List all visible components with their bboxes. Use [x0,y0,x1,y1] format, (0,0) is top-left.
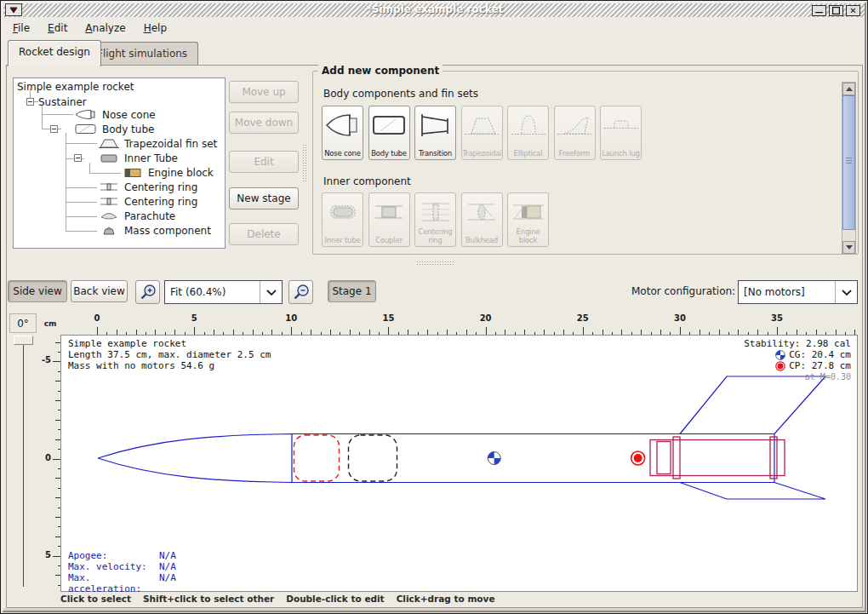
tree-item-engine-block[interactable]: Engine block [123,166,214,179]
side-view-button[interactable]: Side view [8,280,67,302]
tree-item-trapezoidal-fin-set[interactable]: Trapezoidal fin set [99,137,217,150]
group-title: Add new component [318,65,443,77]
mach-text: at M=0.30 [805,371,851,382]
zoom-level-combobox[interactable]: Fit (60.4%) [164,280,283,304]
tree-item-body-tube[interactable]: Body tube [75,123,154,135]
expander-inner-tube[interactable] [74,154,82,162]
max-velocity-value: N/A [159,561,176,572]
motor-configuration-combobox[interactable]: [No motors] [738,280,858,304]
scroll-up-icon [846,87,853,91]
window-title: *Simple example rocket [3,3,866,15]
nose-cone-icon [323,111,363,140]
add-transition-button[interactable]: Transition [414,106,456,160]
parachute-outline [294,435,340,481]
close-button[interactable]: ✕ [846,5,860,16]
menu-edit[interactable]: Edit [48,22,67,34]
body-tube-icon [75,123,97,135]
vertical-splitter-handle[interactable] [302,144,307,183]
tree-item-nose-cone[interactable]: Nose cone [75,108,156,121]
component-panel-scrollbar[interactable] [842,82,856,255]
status-hint-shift-click: Shift+click to select other [143,594,274,604]
tree-item-mass-component[interactable]: Mass component [99,224,211,237]
expander-sustainer[interactable] [26,98,34,106]
titlebar: *Simple example rocket — ✕ [3,3,866,17]
horizontal-ruler: 05101520253035 [60,313,858,335]
statusbar: Click to select Shift+click to select ot… [60,594,495,604]
centering-ring-icon [99,181,119,192]
mass-component-outline [349,435,397,481]
edit-button[interactable]: Edit [229,151,299,173]
back-view-button[interactable]: Back view [71,280,128,302]
tree-item-centering-ring-1[interactable]: Centering ring [99,181,197,193]
tab-rocket-design[interactable]: Rocket design [8,40,101,66]
engine-block-icon [123,167,143,178]
app-window: *Simple example rocket — ✕ File Edit Ana… [0,0,868,614]
add-bulkhead-button[interactable]: Bulkhead [461,192,503,247]
rotation-angle-label: 0° [9,313,37,333]
menu-help[interactable]: Help [144,22,167,34]
tab-flight-simulations[interactable]: Flight simulations [86,42,198,66]
stage-1-toggle[interactable]: Stage 1 [328,280,376,302]
cp-marker [631,451,645,465]
expander-body-tube[interactable] [50,125,58,133]
horizontal-splitter-handle[interactable] [416,261,455,267]
tree-item-centering-ring-2[interactable]: Centering ring [99,195,197,208]
add-centering-ring-button[interactable]: Centering ring [414,192,456,247]
body-components-label: Body components and fin sets [323,88,478,100]
cg-legend-icon [775,350,785,360]
maximize-icon [832,7,840,14]
maximize-button[interactable] [829,5,843,16]
cp-legend-icon [775,361,785,371]
menu-file[interactable]: File [13,22,30,34]
inner-tube-icon [323,198,363,227]
move-up-button[interactable]: Move up [229,81,299,103]
menubar: File Edit Analyze Help [3,17,866,38]
elliptical-fin-icon [508,111,548,140]
centering-ring-icon [415,198,455,227]
fin-upper-outline [680,376,825,434]
add-launch-lug-button[interactable]: Launch lug [600,106,642,160]
menu-analyze[interactable]: Analyze [85,22,125,34]
apogee-value: N/A [159,550,176,561]
centering-ring-1-outline [673,437,680,479]
rocket-canvas[interactable]: Simple example rocket Length 37.5 cm, ma… [60,335,858,592]
rotation-slider-track[interactable] [23,345,24,587]
fin-lower-outline [680,483,825,500]
zoom-out-button[interactable] [288,280,313,304]
freeform-fin-icon [555,111,595,140]
status-hint-select: Click to select [60,594,131,604]
add-freeform-fin-button[interactable]: Freeform [554,106,596,160]
stability-block: Stability: 2.98 cal CG: 20.4 cm CP: 27.8… [744,338,851,382]
trapezoidal-fin-icon [99,138,119,149]
scroll-up-button[interactable] [842,83,855,95]
tree-item-inner-tube[interactable]: Inner Tube [99,152,178,164]
new-stage-button[interactable]: New stage [229,187,299,209]
tree-item-rocket[interactable]: Simple example rocket [17,80,134,93]
status-hint-double-click: Double-click to edit [286,594,384,604]
zoom-in-button[interactable] [135,280,160,304]
bulkhead-icon [462,198,502,227]
cg-text: CG: 20.4 cm [789,349,851,360]
motor-configuration-label: Motor configuration: [631,285,735,297]
add-nose-cone-button[interactable]: Nose cone [322,106,363,160]
add-body-tube-button[interactable]: Body tube [368,106,410,160]
scrollbar-thumb[interactable] [842,95,855,230]
nose-cone-outline [98,434,292,483]
add-engine-block-button[interactable]: Engine block [507,192,549,247]
zoom-in-icon [140,284,157,301]
apogee-label: Apogee: [68,550,159,561]
minimize-button[interactable]: — [812,5,826,16]
move-down-button[interactable]: Move down [229,112,299,134]
component-tree[interactable]: Simple example rocket Sustainer Nose con… [13,77,226,249]
scroll-down-button[interactable] [842,241,855,254]
tree-item-parachute[interactable]: Parachute [99,209,175,222]
delete-button[interactable]: Delete [229,223,299,245]
add-inner-tube-button[interactable]: Inner tube [322,192,363,247]
add-trapezoidal-fin-button[interactable]: Trapezoidal [461,106,503,160]
tree-item-sustainer[interactable]: Sustainer [38,95,87,108]
add-elliptical-fin-button[interactable]: Elliptical [507,106,549,160]
rotation-slider-handle[interactable] [14,336,33,345]
launch-lug-icon [601,111,641,140]
engine-block-outline [657,442,671,474]
add-coupler-button[interactable]: Coupler [368,192,410,247]
